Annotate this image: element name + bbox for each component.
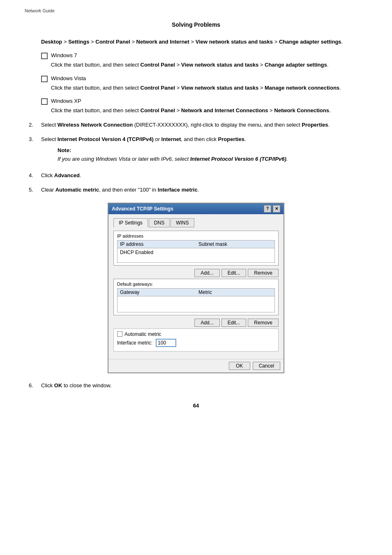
tab-dns[interactable]: DNS <box>149 218 170 227</box>
gateways-label: Default gateways: <box>117 282 275 287</box>
gw-table-header: Gateway Metric <box>117 288 275 296</box>
step-2: 2. Select Wireless Network Connection (D… <box>25 121 367 130</box>
auto-metric-checkbox[interactable] <box>117 331 122 337</box>
gw-remove-button[interactable]: Remove <box>248 319 279 327</box>
ip-add-button[interactable]: Add... <box>194 269 219 277</box>
dialog-container: Advanced TCP/IP Settings ? ✕ IP Settings… <box>25 203 367 373</box>
step-5: 5. Clear Automatic metric, and then ente… <box>25 186 367 194</box>
auto-metric-row: Automatic metric <box>117 331 275 337</box>
close-button[interactable]: ✕ <box>273 205 280 213</box>
ip-remove-button[interactable]: Remove <box>248 269 279 277</box>
auto-metric-label: Automatic metric <box>125 331 161 337</box>
ip-btn-row: Add... Edit... Remove <box>113 269 279 277</box>
gateways-section: Default gateways: Gateway Metric <box>113 279 279 315</box>
note-block: Note: If you are using Windows Vista or … <box>58 146 288 164</box>
step-6: 6. Click OK to close the window. <box>25 382 367 390</box>
checkbox-icon-w7 <box>41 53 48 59</box>
page-header: Network Guide <box>25 8 367 13</box>
titlebar-buttons: ? ✕ <box>264 205 280 213</box>
ok-button[interactable]: OK <box>229 362 250 370</box>
checkbox-icon-vista <box>41 76 48 82</box>
ip-col-header: IP address <box>118 240 196 248</box>
checkbox-desc-xp: Click the start button, and then select … <box>51 106 367 115</box>
interface-metric-row: Interface metric: <box>117 339 275 347</box>
gw-add-button[interactable]: Add... <box>194 319 219 327</box>
checkbox-windows7: Windows 7 <box>41 52 367 59</box>
checkbox-desc-vista: Click the start button, and then select … <box>51 84 367 92</box>
dialog-footer: OK Cancel <box>108 359 284 372</box>
page-number: 64 <box>25 402 367 409</box>
gw-btn-row: Add... Edit... Remove <box>113 319 279 327</box>
cancel-button[interactable]: Cancel <box>253 362 280 370</box>
ip-edit-button[interactable]: Edit... <box>221 269 247 277</box>
ip-table-header: IP address Subnet mask <box>117 240 275 248</box>
ip-table-body: DHCP Enabled <box>117 248 275 263</box>
step-4: 4. Click Advanced. <box>25 171 367 180</box>
gw-table-body <box>117 296 275 312</box>
advanced-tcpip-dialog: Advanced TCP/IP Settings ? ✕ IP Settings… <box>108 203 284 373</box>
header-title: Network Guide <box>25 8 55 13</box>
dialog-titlebar: Advanced TCP/IP Settings ? ✕ <box>108 204 284 214</box>
subnet-col-header: Subnet mask <box>196 240 274 248</box>
metric-col-header: Metric <box>196 289 274 296</box>
checkbox-desc-w7: Click the start button, and then select … <box>51 61 367 69</box>
step-3: 3. Select Internet Protocol Version 4 (T… <box>25 135 367 166</box>
intro-text: Desktop > Settings > Control Panel > Net… <box>41 38 367 46</box>
help-button[interactable]: ? <box>264 205 271 213</box>
section-title: Solving Problems <box>25 21 367 28</box>
ip-addresses-section: IP addresses IP address Subnet mask DHCP… <box>113 231 279 266</box>
tabs-row: IP Settings DNS WINS <box>113 218 279 227</box>
metric-section: Automatic metric Interface metric: <box>113 328 279 352</box>
tab-ip-settings[interactable]: IP Settings <box>113 218 148 227</box>
tab-wins[interactable]: WINS <box>171 218 194 227</box>
checkbox-windows-xp: Windows XP <box>41 98 367 105</box>
gw-edit-button[interactable]: Edit... <box>221 319 247 327</box>
dialog-body: IP Settings DNS WINS IP addresses IP add… <box>108 214 284 359</box>
dhcp-cell: DHCP Enabled <box>120 249 196 256</box>
interface-metric-input[interactable] <box>156 339 176 347</box>
gw-col-header: Gateway <box>118 289 196 296</box>
checkbox-icon-xp <box>41 98 48 105</box>
dialog-title: Advanced TCP/IP Settings <box>112 206 173 212</box>
table-row: DHCP Enabled <box>120 249 272 256</box>
interface-metric-label: Interface metric: <box>117 340 152 346</box>
ip-addresses-label: IP addresses <box>117 234 275 238</box>
checkbox-windows-vista: Windows Vista <box>41 75 367 82</box>
